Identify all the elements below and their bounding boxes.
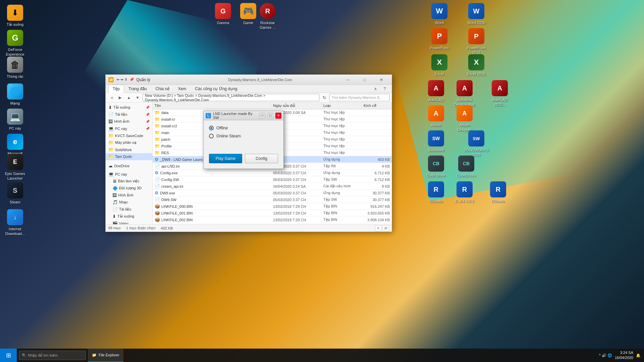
ribbon-tab-trangdau[interactable]: Trang đầu [124, 85, 151, 93]
start-button[interactable]: ⊞ [0, 349, 17, 362]
lnd-maximize-button[interactable]: □ [267, 113, 273, 119]
desktop-icon-garena[interactable]: G Garena [210, 2, 236, 26]
desktop-icon-rx64[interactable]: R R x64 4.0.5 [451, 180, 478, 205]
col-header-name[interactable]: Tên [153, 103, 271, 109]
col-header-date[interactable]: Ngày sửa đổi [271, 103, 321, 109]
forward-button[interactable]: ▶ [116, 94, 124, 101]
taskbar-file-explorer[interactable]: 📁 File Explorer [88, 349, 123, 362]
search-input[interactable]: Tìm kiếm Dynasty.Warriors.9... [329, 94, 390, 101]
table-row[interactable]: 📦 LINKFILE_000.BIN 13/02/2018 7:29 CH Tệ… [153, 203, 392, 210]
sidebar-tailieu[interactable]: 📄 Tài liệu 📌 [106, 111, 152, 118]
radio-offline[interactable]: Offline [209, 126, 278, 130]
clock-date: 16/04/2020 [615, 355, 633, 360]
sidebar-pcnay2[interactable]: 💻 PC này [106, 171, 152, 178]
desktop-icon-autocad2020[interactable]: A AutoCAD 2020... [486, 79, 513, 109]
taskbar-search[interactable]: 🔍 Nhập để tìm kiếm [19, 351, 86, 360]
view-details-button[interactable]: ⊟ [382, 225, 389, 231]
refresh-button[interactable]: ↻ [321, 94, 328, 101]
desktop-icon-thungrac[interactable]: 🗑 Thùng rác [2, 55, 29, 80]
sidebar-taixuong[interactable]: ⬇ Tải xuống 📌 [106, 104, 152, 111]
col-header-size[interactable]: Kích cỡ [362, 103, 392, 109]
sidebar-banlamviec[interactable]: 🖥 Bàn làm việc [106, 178, 152, 185]
tailieu-sidebar-label: Tài liệu [115, 112, 127, 117]
sidebar-mayphanxa[interactable]: 📁 Máy phân xạ [106, 139, 152, 146]
desktop-icon-pcnay[interactable]: 💻 PC này [2, 107, 29, 132]
table-row[interactable]: ⚙ Config.exe 05/03/2020 3:37 CH Ứng dụng… [153, 170, 392, 176]
sidebar-video[interactable]: 🎬 Video [106, 220, 152, 224]
sidebar-pcnay[interactable]: 💻 PC này 📌 [106, 125, 152, 132]
table-row[interactable]: 📄 DW9.SW 05/03/2020 3:37 CH Tệp SW 30.37… [153, 196, 392, 203]
ribbon-help-btn[interactable]: ? [380, 85, 389, 92]
address-input[interactable]: New Volume (D:) > Tam Quốc > Dynasty.War… [143, 94, 319, 101]
desktop-icon-mang[interactable]: 🌐 Mạng [2, 82, 29, 107]
excel-label: Excel [435, 72, 444, 76]
recent-button[interactable]: ▼ [134, 94, 141, 101]
desktop-icon-internet[interactable]: ↓ Internet Download... [2, 208, 29, 238]
maximize-button[interactable]: □ [357, 75, 372, 85]
desktop-icon-altium[interactable]: A Altium [423, 104, 449, 129]
desktop-icon-word[interactable]: W Word [426, 2, 453, 26]
ribbon-tab-tep[interactable]: Tệp [108, 85, 124, 93]
table-row[interactable]: 📄 cream_api.ini 16/04/2020 3:24 SA Cài đ… [153, 183, 392, 190]
taskbar-tray: ^ 🔊 🌐 3:24 SA 16/04/2020 🔔 [596, 350, 644, 361]
sidebar-tailieu2[interactable]: 📄 Tài liệu [106, 206, 152, 213]
taixuong-icon: ⬇ [7, 5, 23, 21]
desktop-icon-geforce[interactable]: G GeForce Experience [2, 28, 29, 58]
table-row[interactable]: 📦 LINKFILE_002.BIN 13/02/2018 7:29 CH Tệ… [153, 217, 392, 223]
sidebar-tamquoc[interactable]: 📁 Tam Quốc [106, 153, 152, 160]
desktop-icon-excel2016[interactable]: X Excel 2016 [463, 53, 490, 78]
tamquoc-sidebar-icon: 📁 [108, 154, 114, 159]
up-button[interactable]: ▲ [125, 94, 132, 101]
sidebar-hinhanh[interactable]: 🖼 Hình ảnh 📌 [106, 118, 152, 125]
radio-online-steam[interactable]: Online Steam [209, 134, 278, 138]
desktop-icon-ppt[interactable]: P PowerPoint [426, 27, 453, 52]
desktop-icon-rockstar[interactable]: R Rockstar Games ... [254, 2, 281, 32]
lnd-minimize-button[interactable]: ─ [259, 113, 265, 119]
desktop-icon-epic[interactable]: E Epic Games Launcher [2, 153, 29, 182]
desktop-icon-taixuong[interactable]: ⬇ Tải xuống [2, 3, 29, 28]
mayphanxa-sidebar-label: Máy phân xạ [115, 140, 137, 145]
desktop-icon-steam[interactable]: S Steam [2, 181, 29, 206]
taskbar: ⊞ 🔍 Nhập để tìm kiếm 📁 File Explorer ^ 🔊… [0, 349, 644, 362]
internet-label: Internet Download... [3, 227, 27, 236]
ribbon-tab-xem[interactable]: Xem [174, 85, 191, 93]
desktop-icon-autocad[interactable]: A AutoCAD [423, 79, 449, 104]
table-row[interactable]: 📦 LINKFILE_001.BIN 13/02/2018 7:29 CH Tệ… [153, 210, 392, 217]
tray-notification[interactable]: 🔔 [636, 353, 641, 358]
dw9exe-icon: ⚙ [155, 190, 159, 195]
sidebar-onedrive[interactable]: ☁ OneDrive [106, 162, 152, 169]
ribbon-tab-chiase[interactable]: Chia sẻ [151, 85, 174, 93]
kvct-sidebar-icon: 📁 [108, 133, 114, 138]
desktop-icon-excel[interactable]: X Excel [426, 53, 453, 78]
sidebar-nhac[interactable]: 🎵 Nhạc [106, 199, 152, 206]
back-button[interactable]: ◀ [108, 94, 115, 101]
lnd-close-button[interactable]: ✕ [275, 113, 281, 119]
sidebar-solidwork[interactable]: 📁 SolidWork [106, 146, 152, 153]
mang-label: Mạng [10, 101, 20, 106]
lnd-buttons: Play Game Config [204, 151, 283, 169]
sidebar-taixuong2[interactable]: ⬇ Tải xuống [106, 213, 152, 220]
config-button[interactable]: Config [245, 154, 278, 163]
minimize-button[interactable]: ─ [340, 75, 356, 85]
epic-label: Epic Games Launcher [3, 171, 27, 181]
view-list-button[interactable]: ≡ [375, 225, 382, 231]
desktop-icon-rstudio2[interactable]: R RStudio [485, 180, 512, 205]
sidebar-kvct[interactable]: 📁 KVCT-SaveCode [106, 132, 152, 139]
sidebar-hinhanh2[interactable]: 🖼 Hình ảnh [106, 192, 152, 199]
desktop-icon-codeblocks[interactable]: CB CodeBlocks [453, 154, 480, 179]
sidebar-doituong3d[interactable]: 🔷 Đối tượng 3D [106, 185, 152, 192]
desktop-icon-codeblock[interactable]: CB Code Block [423, 154, 449, 179]
col-header-type[interactable]: Loại [321, 103, 362, 109]
garena-icon: G [215, 3, 231, 19]
desktop-icon-word2016[interactable]: W Word 2016 [463, 2, 490, 26]
close-button[interactable]: ✕ [374, 75, 389, 85]
ribbon-minimize-btn[interactable]: ∧ [371, 85, 380, 92]
table-row[interactable]: 📄 Config.SW 05/03/2020 3:37 CH Tệp SW 6.… [153, 176, 392, 183]
ribbon-tab-congscu[interactable]: Các công cụ Ứng dụng [191, 85, 241, 93]
desktop-icon-ppt2016[interactable]: P PowerPoint 2016 [463, 27, 490, 57]
desktop-icon-rstudio1[interactable]: R RStudio [423, 180, 449, 205]
play-game-button[interactable]: Play Game [209, 154, 242, 163]
desktop-icon-solidwork[interactable]: SW Solidwork [423, 129, 449, 154]
radio-online-steam-label: Online Steam [216, 134, 241, 138]
table-row[interactable]: ⚙ DW9.exe 05/03/2020 3:37 CH Ứng dụng 30… [153, 190, 392, 196]
